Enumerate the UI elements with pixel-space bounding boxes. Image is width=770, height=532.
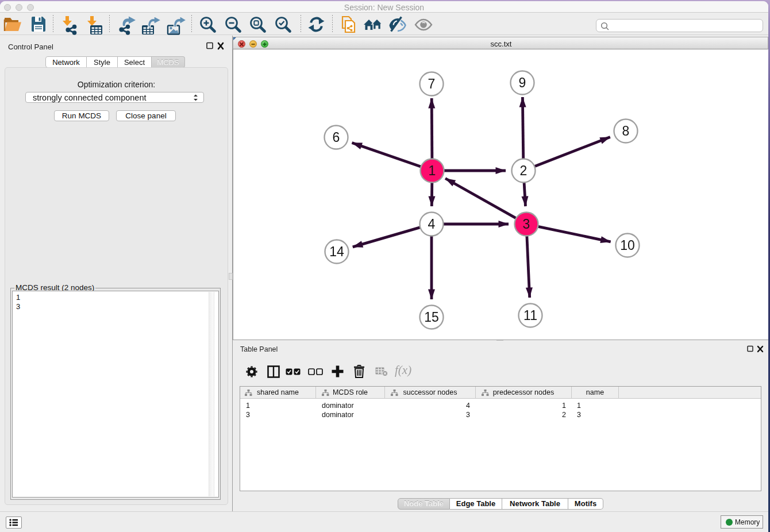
svg-text:1: 1 [429,163,436,178]
svg-text:9: 9 [519,75,526,90]
svg-text:14: 14 [329,244,344,259]
svg-text:8: 8 [622,124,630,138]
svg-text:15: 15 [424,310,439,325]
svg-text:2: 2 [520,163,528,178]
svg-text:4: 4 [428,217,436,232]
svg-text:10: 10 [620,238,635,253]
svg-text:11: 11 [523,308,537,323]
svg-text:6: 6 [333,130,340,145]
svg-text:3: 3 [523,217,530,232]
svg-text:7: 7 [428,76,436,91]
